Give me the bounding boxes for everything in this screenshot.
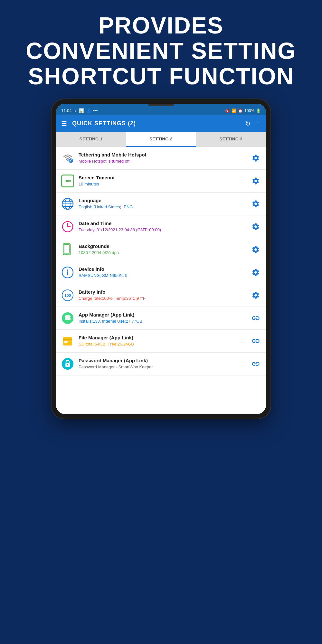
app-manager-sub: Installs:133, Internal Use:27.77GB xyxy=(79,318,246,324)
backgrounds-title: Backgrounds xyxy=(79,243,246,250)
tab-setting2[interactable]: SETTING 2 xyxy=(126,132,196,147)
battery-info-icon: 100 xyxy=(61,288,75,302)
refresh-button[interactable]: ↻ xyxy=(245,120,251,128)
file-manager-title: File Manager (App Link) xyxy=(79,335,246,341)
svg-point-16 xyxy=(67,270,68,271)
language-gear[interactable] xyxy=(250,198,261,210)
device-info-gear[interactable] xyxy=(250,267,261,278)
tethering-content: Tethering and Mobile Hotspot Mobile Hots… xyxy=(79,152,246,164)
setting-item-backgrounds[interactable]: Backgrounds 1080 * 2094 (420 dpi) xyxy=(56,238,266,261)
settings-list: Tethering and Mobile Hotspot Mobile Hots… xyxy=(56,147,266,375)
hero-line1: PROVIDES xyxy=(19,13,303,38)
svg-point-31 xyxy=(67,364,68,365)
backgrounds-gear[interactable] xyxy=(250,244,261,255)
more-options-button[interactable]: ⋮ xyxy=(255,120,261,127)
tethering-gear[interactable] xyxy=(250,152,261,164)
play-icon: ▷ xyxy=(74,108,77,113)
language-icon xyxy=(61,197,75,211)
hero-line2: CONVENIENT SETTING xyxy=(19,38,303,64)
alarm-icon: ⏰ xyxy=(238,109,243,113)
password-manager-content: Password Manager (App Link) Password Man… xyxy=(79,357,246,370)
setting-item-battery-info[interactable]: 100 Battery info Charge rate:100%, Temp:… xyxy=(56,284,266,307)
app-bar: ☰ QUICK SETTINGS (2) ↻ ⋮ xyxy=(56,115,266,132)
svg-rect-17 xyxy=(67,271,68,275)
setting-item-language[interactable]: Language English (United States), ENG xyxy=(56,193,266,215)
wifi-icon: 📶 xyxy=(232,109,236,113)
screen-timeout-sub: 10 minutes xyxy=(79,181,246,187)
app-manager-content: App Manager (App Link) Installs:133, Int… xyxy=(79,312,246,324)
menu-button[interactable]: ☰ xyxy=(61,120,67,128)
battery-text: 100% xyxy=(244,109,254,113)
screen-timeout-content: Screen Timeout 10 minutes xyxy=(79,175,246,187)
dots-status: ••• xyxy=(93,108,98,113)
hero-line3: SHORTCUT FUNCTION xyxy=(19,64,303,89)
svg-point-2 xyxy=(71,159,72,160)
tethering-icon xyxy=(61,151,75,165)
setting-item-screen-timeout[interactable]: 10m Screen Timeout 10 minutes xyxy=(56,170,266,193)
setting-item-file-manager[interactable]: File Manager (App Link) SD total:54GB, F… xyxy=(56,330,266,353)
svg-rect-23 xyxy=(66,315,67,317)
svg-point-14 xyxy=(66,254,67,255)
tethering-sub: Mobile Hotspot is turned off. xyxy=(79,158,246,164)
battery-info-sub: Charge rate:100%, Temp:36°C|97°F xyxy=(79,296,246,301)
datetime-title: Date and Time xyxy=(79,220,246,227)
screen-timeout-title: Screen Timeout xyxy=(79,175,246,181)
tethering-title: Tethering and Mobile Hotspot xyxy=(79,152,246,158)
status-time: 11:04 xyxy=(61,108,72,113)
password-manager-sub: Password Manager - SmartWho Keeper xyxy=(79,364,246,370)
status-right: 🔇 📶 ⏰ 100% 🔋 xyxy=(225,109,261,113)
app-bar-icons: ↻ ⋮ xyxy=(245,120,261,128)
password-manager-link[interactable] xyxy=(250,358,261,370)
person-icon: 👤 xyxy=(86,108,91,113)
device-info-sub: SAMSUNG, SM-N950N, 9 xyxy=(79,273,246,279)
svg-rect-28 xyxy=(64,342,67,343)
device-info-title: Device info xyxy=(79,266,246,272)
battery-info-gear[interactable] xyxy=(250,289,261,301)
screen-timeout-gear[interactable] xyxy=(250,175,261,187)
setting-item-device-info[interactable]: Device info SAMSUNG, SM-N950N, 9 xyxy=(56,261,266,284)
datetime-sub: Tuesday, 01/12/2021 23:04:38 (GMT+09:00) xyxy=(79,227,246,233)
svg-text:100: 100 xyxy=(64,293,71,298)
backgrounds-sub: 1080 * 2094 (420 dpi) xyxy=(79,250,246,256)
device-info-content: Device info SAMSUNG, SM-N950N, 9 xyxy=(79,266,246,279)
language-sub: English (United States), ENG xyxy=(79,204,246,210)
bar-chart-icon: 📊 xyxy=(79,108,84,113)
svg-rect-13 xyxy=(64,244,69,253)
datetime-icon xyxy=(61,220,75,234)
status-left: 11:04 ▷ 📊 👤 ••• xyxy=(61,108,98,113)
tab-setting3[interactable]: SETTING 3 xyxy=(196,132,266,147)
bottom-spacer xyxy=(56,375,266,414)
password-manager-icon xyxy=(61,357,75,371)
datetime-gear[interactable] xyxy=(250,221,261,232)
tabs-bar: SETTING 1 SETTING 2 SETTING 3 xyxy=(56,132,266,147)
app-manager-link[interactable] xyxy=(250,312,261,324)
screen-timeout-icon: 10m xyxy=(61,174,75,188)
setting-item-app-manager[interactable]: App Manager (App Link) Installs:133, Int… xyxy=(56,307,266,330)
battery-info-content: Battery info Charge rate:100%, Temp:36°C… xyxy=(79,289,246,301)
setting-item-tethering[interactable]: Tethering and Mobile Hotspot Mobile Hots… xyxy=(56,147,266,170)
backgrounds-icon xyxy=(61,242,75,257)
svg-rect-26 xyxy=(63,339,72,340)
password-manager-title: Password Manager (App Link) xyxy=(79,357,246,364)
svg-rect-24 xyxy=(69,315,70,317)
file-manager-link[interactable] xyxy=(250,335,261,347)
phone-screen: 11:04 ▷ 📊 👤 ••• 🔇 📶 ⏰ 100% 🔋 ☰ QUICK SET… xyxy=(56,104,266,414)
app-manager-title: App Manager (App Link) xyxy=(79,312,246,318)
phone-frame: 11:04 ▷ 📊 👤 ••• 🔇 📶 ⏰ 100% 🔋 ☰ QUICK SET… xyxy=(52,99,270,419)
notch-bar xyxy=(148,104,174,106)
language-title: Language xyxy=(79,197,246,204)
device-info-icon xyxy=(61,265,75,279)
status-bar: 11:04 ▷ 📊 👤 ••• 🔇 📶 ⏰ 100% 🔋 xyxy=(56,106,266,115)
battery-icon: 🔋 xyxy=(256,109,261,113)
phone-notch xyxy=(56,104,266,106)
app-bar-title: QUICK SETTINGS (2) xyxy=(72,120,240,127)
svg-point-11 xyxy=(67,226,68,227)
setting-item-password-manager[interactable]: Password Manager (App Link) Password Man… xyxy=(56,353,266,375)
file-manager-sub: SD total:54GB, Free:26.24GB xyxy=(79,341,246,347)
datetime-content: Date and Time Tuesday, 01/12/2021 23:04:… xyxy=(79,220,246,233)
battery-info-title: Battery info xyxy=(79,289,246,295)
hero-section: PROVIDES CONVENIENT SETTING SHORTCUT FUN… xyxy=(0,0,322,99)
mute-icon: 🔇 xyxy=(225,109,230,113)
tab-setting1[interactable]: SETTING 1 xyxy=(56,132,126,147)
setting-item-datetime[interactable]: Date and Time Tuesday, 01/12/2021 23:04:… xyxy=(56,215,266,238)
